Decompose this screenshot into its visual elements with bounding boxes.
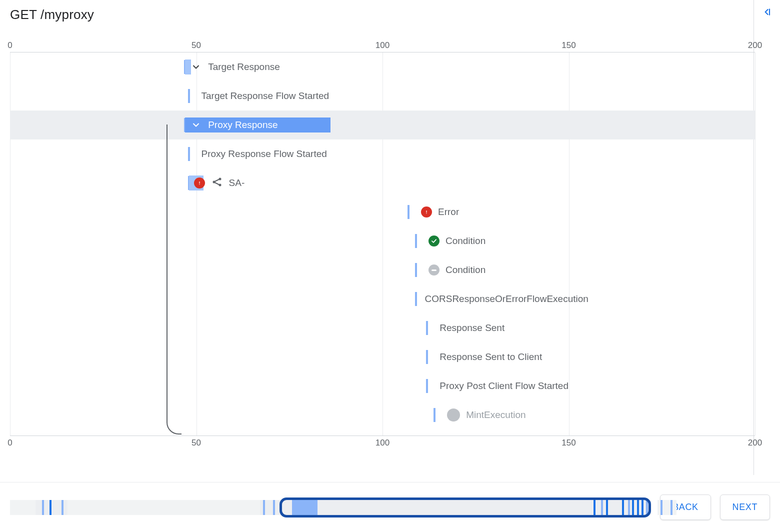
check-icon: [428, 236, 440, 246]
timeline-row[interactable]: Response Sent to Client: [10, 342, 755, 372]
svg-point-2: [218, 184, 221, 186]
minimap-segment: [42, 500, 44, 515]
minimap-window[interactable]: [280, 498, 652, 518]
timeline-row[interactable]: Target Response: [10, 52, 755, 82]
axis-tick: 100: [376, 38, 390, 52]
timeline-chart[interactable]: 050100150200 Target ResponseTarget Respo…: [10, 38, 770, 464]
timeline-row[interactable]: MintExecution: [10, 400, 755, 430]
timeline-row[interactable]: Error: [10, 198, 755, 226]
minimap-segment: [10, 500, 36, 515]
axis-top: 050100150200: [10, 38, 755, 52]
row-label: SA-: [229, 178, 245, 188]
minimap-segment: [263, 500, 265, 515]
error-icon: [194, 178, 205, 188]
page-title: GET /myproxy: [10, 7, 94, 22]
timeline-row[interactable]: CORSResponseOrErrorFlowExecution: [10, 284, 755, 314]
flow-bracket: [166, 124, 182, 434]
axis-tick: 50: [192, 436, 201, 450]
row-label: Condition: [446, 236, 486, 246]
row-marker: [408, 205, 410, 219]
row-label: Target Response Flow Started: [202, 90, 330, 102]
skip-icon: [428, 264, 440, 276]
row-marker: [188, 147, 190, 161]
row-label: MintExecution: [466, 410, 526, 420]
row-marker: [188, 89, 190, 103]
chevron-down-icon[interactable]: [190, 119, 202, 131]
minimap[interactable]: [10, 500, 651, 515]
collapse-panel-button[interactable]: [762, 7, 772, 17]
axis-tick: 50: [192, 38, 201, 52]
timeline-row[interactable]: Condition: [10, 256, 755, 284]
axis-tick: 150: [562, 38, 576, 52]
error-icon: [421, 206, 432, 218]
axis-tick: 100: [376, 436, 390, 450]
chevron-down-icon[interactable]: [190, 61, 202, 73]
row-marker: [426, 350, 428, 364]
row-label: Proxy Post Client Flow Started: [440, 380, 568, 392]
row-label: Target Response: [208, 62, 280, 72]
axis-tick: 0: [8, 436, 12, 450]
row-marker: [415, 263, 417, 277]
row-label: Condition: [446, 264, 486, 276]
timeline-row[interactable]: SA-: [10, 168, 755, 198]
row-marker: [426, 321, 428, 335]
row-label: Proxy Response Flow Started: [202, 148, 327, 160]
row-label: Response Sent: [440, 322, 504, 334]
minimap-segment: [660, 500, 662, 515]
row-marker: [415, 292, 417, 306]
axis-tick: 150: [562, 436, 576, 450]
timeline-row[interactable]: Target Response Flow Started: [10, 82, 755, 110]
row-label: Response Sent to Client: [440, 352, 542, 362]
axis-tick: 200: [748, 38, 762, 52]
row-label: CORSResponseOrErrorFlowExecution: [425, 294, 588, 304]
minimap-segment: [62, 500, 64, 515]
timeline-row[interactable]: Response Sent: [10, 314, 755, 342]
svg-point-1: [218, 178, 221, 180]
timeline-row[interactable]: Proxy Response Flow Started: [10, 140, 755, 168]
minimap-segment: [68, 500, 260, 515]
axis-bottom: 050100150200: [10, 436, 755, 450]
row-marker: [415, 234, 417, 248]
row-marker: [426, 379, 428, 393]
minimap-segment: [50, 500, 52, 515]
minimap-segment: [273, 500, 275, 515]
timeline-row[interactable]: Proxy Response: [10, 110, 755, 140]
row-label: Proxy Response: [208, 120, 278, 130]
timeline-row[interactable]: Proxy Post Client Flow Started: [10, 372, 755, 400]
axis-tick: 200: [748, 436, 762, 450]
next-button[interactable]: NEXT: [720, 494, 770, 520]
minimap-segment: [670, 500, 672, 515]
row-marker: [434, 408, 436, 422]
row-label: Error: [438, 206, 459, 218]
timeline-row[interactable]: Condition: [10, 226, 755, 256]
axis-tick: 0: [8, 38, 12, 52]
flow-icon: [211, 176, 223, 190]
dot-icon: [447, 408, 460, 422]
timeline-rows: Target ResponseTarget Response Flow Star…: [10, 52, 755, 436]
